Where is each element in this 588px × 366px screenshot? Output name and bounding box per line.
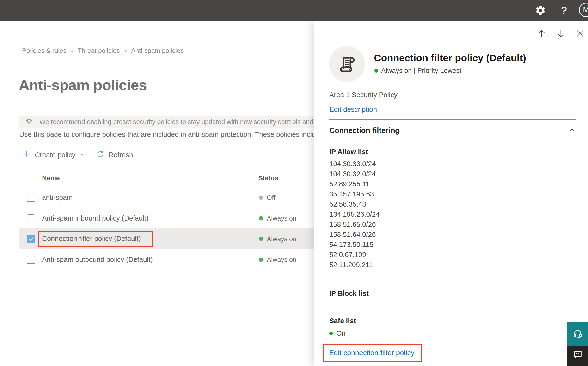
breadcrumb-anti-spam-policies[interactable]: Anti-spam policies (131, 47, 184, 55)
flyout-status-text: Always on | Priority Lowest (381, 67, 461, 75)
edit-link-annotation-box: Edit connection filter policy (323, 344, 422, 362)
ip-address: 52.89.255.11 (329, 179, 380, 189)
policy-avatar (329, 46, 365, 82)
ip-block-list-label: IP Block list (329, 290, 369, 297)
flyout-title: Connection filter policy (Default) (374, 53, 526, 64)
previous-item-button[interactable] (536, 28, 547, 39)
gear-icon (535, 5, 546, 17)
collapse-section-button[interactable] (566, 125, 577, 136)
breadcrumb-separator: > (124, 47, 127, 54)
column-header-status[interactable]: Status (258, 175, 278, 182)
status-dot (259, 196, 263, 200)
breadcrumb-separator: > (70, 47, 74, 54)
avatar-initial: M (583, 6, 588, 14)
section-connection-filtering: Connection filtering (329, 126, 400, 135)
status-cell: Always on (259, 256, 296, 263)
breadcrumb: Policies & rules > Threat policies > Ant… (22, 47, 184, 55)
page-description: Use this page to configure policies that… (19, 130, 323, 138)
next-item-button[interactable] (556, 28, 566, 39)
refresh-button[interactable]: Refresh (96, 150, 133, 160)
status-cell: Off (259, 194, 276, 201)
row-checkbox[interactable] (27, 256, 35, 264)
ip-address: 35.157.195.63 (329, 189, 380, 199)
plus-icon (22, 150, 31, 160)
ip-address: 158.51.65.0/26 (329, 219, 380, 229)
ip-address: 52.11.209.211 (329, 260, 380, 270)
ip-address: 134.195.26.0/24 (329, 209, 380, 219)
status-label: Off (267, 194, 276, 201)
breadcrumb-threat-policies[interactable]: Threat policies (78, 47, 120, 55)
help-button[interactable]: ? (558, 4, 570, 17)
refresh-label: Refresh (109, 151, 133, 159)
close-flyout-button[interactable] (575, 28, 585, 39)
status-cell: Always on (259, 214, 296, 222)
check-icon (28, 236, 34, 242)
safe-list-status: On (329, 329, 346, 337)
ip-address: 52.58.35.43 (329, 199, 380, 209)
status-dot (259, 237, 263, 241)
details-flyout: Connection filter policy (Default) Alway… (314, 21, 588, 366)
create-policy-button[interactable]: Create policy (22, 150, 85, 160)
column-header-name[interactable]: Name (42, 175, 60, 182)
status-on-dot (329, 332, 333, 335)
ip-allow-list: 104.30.33.0/24104.30.32.0/2452.89.255.11… (329, 159, 380, 270)
policy-name: anti-spam (42, 194, 73, 201)
row-checkbox[interactable] (27, 235, 35, 243)
status-label: Always on (267, 235, 296, 243)
status-dot (259, 216, 263, 221)
question-mark-icon: ? (561, 5, 567, 17)
chevron-up-icon (568, 126, 576, 135)
settings-button[interactable] (534, 4, 547, 17)
arrow-down-icon (556, 29, 566, 39)
chevron-down-icon (80, 151, 85, 159)
safe-list-status-text: On (336, 329, 346, 337)
ip-address: 54.173.50.115 (329, 239, 380, 250)
row-checkbox[interactable] (27, 194, 35, 202)
flyout-status: Always on | Priority Lowest (375, 67, 461, 75)
ip-address: 158.51.64.0/26 (329, 229, 380, 239)
policy-description: Area 1 Security Policy (329, 91, 397, 99)
status-label: Always on (267, 214, 296, 222)
support-button[interactable] (567, 322, 588, 346)
status-dot (259, 258, 263, 262)
page-title: Anti-spam policies (19, 76, 147, 93)
feedback-chat-button[interactable] (567, 346, 588, 366)
ip-allow-list-label: IP Allow list (329, 148, 368, 156)
ip-address: 104.30.33.0/24 (329, 159, 380, 169)
chat-bubble-icon (572, 349, 583, 360)
banner-text: We recommend enabling preset security po… (39, 118, 353, 126)
arrow-up-icon (537, 29, 546, 39)
refresh-icon (96, 150, 104, 160)
safe-list-label: Safe list (329, 317, 356, 325)
ip-address: 104.30.32.0/24 (329, 169, 380, 179)
account-avatar[interactable]: M (579, 3, 588, 17)
policy-name: Anti-spam inbound policy (Default) (42, 214, 148, 222)
ip-address: 52.0.67.109 (329, 250, 380, 260)
close-icon (575, 29, 585, 39)
status-on-dot (375, 69, 378, 73)
breadcrumb-policies-rules[interactable]: Policies & rules (22, 47, 66, 55)
policy-name: Anti-spam outbound policy (Default) (42, 256, 153, 264)
row-checkbox[interactable] (27, 214, 35, 222)
create-policy-label: Create policy (35, 151, 75, 159)
status-cell: Always on (259, 235, 296, 243)
edit-connection-filter-policy-link[interactable]: Edit connection filter policy (329, 349, 414, 357)
lightbulb-icon (24, 117, 34, 127)
scroll-icon (337, 53, 357, 75)
top-app-bar: ? M (0, 0, 588, 21)
divider (329, 119, 576, 120)
toolbar: Create policy Refresh (22, 148, 133, 162)
policy-name: Connection filter policy (Default) (38, 231, 153, 247)
headset-icon (572, 328, 583, 340)
edit-description-link[interactable]: Edit description (329, 106, 377, 114)
status-label: Always on (267, 256, 296, 263)
